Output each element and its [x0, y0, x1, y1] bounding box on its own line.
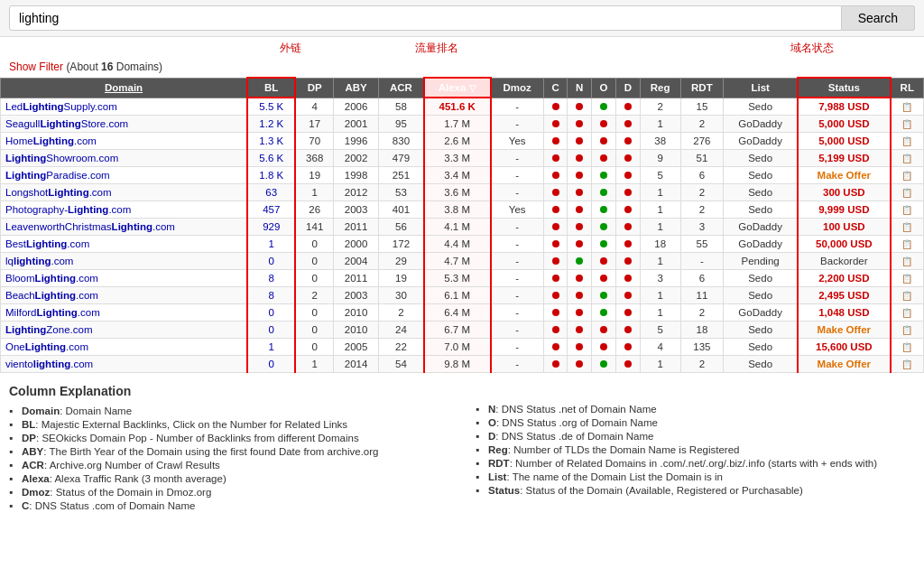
domain-link[interactable]: LightingParadise.com	[5, 170, 110, 181]
bl-cell[interactable]: 8	[247, 270, 295, 287]
bl-cell[interactable]: 5.5 K	[247, 98, 295, 116]
rl-cell[interactable]: 📋	[891, 98, 924, 116]
exp-desc: Archive.org Number of Crawl Results	[50, 460, 220, 471]
rl-cell[interactable]: 📋	[891, 219, 924, 236]
domain-link[interactable]: MilfordLighting.com	[5, 307, 100, 318]
rl-cell[interactable]: 📋	[891, 322, 924, 339]
o-cell	[591, 150, 615, 167]
rl-cell[interactable]: 📋	[891, 356, 924, 373]
bl-cell[interactable]: 929	[247, 219, 295, 236]
bl-cell[interactable]: 1.2 K	[247, 116, 295, 133]
bl-cell[interactable]: 1	[247, 236, 295, 253]
status-cell[interactable]: 9,999 USD	[798, 201, 890, 219]
status-cell[interactable]: Make Offer	[798, 322, 890, 339]
status-cell[interactable]: 5,199 USD	[798, 150, 890, 167]
status-cell[interactable]: 100 USD	[798, 219, 890, 236]
rl-icon[interactable]: 📋	[901, 239, 912, 249]
rl-icon[interactable]: 📋	[901, 102, 912, 112]
domain-link[interactable]: LightingShowroom.com	[5, 153, 118, 163]
show-filter-link[interactable]: Show Filter	[9, 61, 63, 73]
domain-link[interactable]: LongshotLighting.com	[5, 187, 112, 198]
rl-icon[interactable]: 📋	[901, 119, 912, 129]
rl-icon[interactable]: 📋	[901, 154, 912, 163]
rl-icon[interactable]: 📋	[901, 274, 912, 284]
rl-icon[interactable]: 📋	[901, 291, 912, 301]
dmoz-cell: -	[491, 304, 544, 322]
green-dot-icon	[600, 103, 607, 110]
domain-link[interactable]: LeavenworthChristmasLighting.com	[5, 221, 175, 232]
rl-cell[interactable]: 📋	[891, 339, 924, 356]
domain-link[interactable]: OneLighting.com	[5, 341, 88, 352]
search-button[interactable]: Search	[842, 5, 915, 31]
status-cell[interactable]: Make Offer	[798, 356, 890, 373]
alexa-cell: 6.1 M	[424, 287, 491, 304]
rl-cell[interactable]: 📋	[891, 150, 924, 167]
acr-cell: 95	[379, 116, 424, 133]
status-cell[interactable]: 2,200 USD	[798, 270, 890, 287]
status-cell[interactable]: 1,048 USD	[798, 304, 890, 322]
rl-cell[interactable]: 📋	[891, 167, 924, 184]
rl-cell[interactable]: 📋	[891, 304, 924, 322]
c-cell	[543, 98, 568, 116]
d-cell	[616, 150, 641, 167]
status-cell[interactable]: 2,495 USD	[798, 287, 890, 304]
th-alexa[interactable]: Alexa ▽	[424, 78, 491, 98]
rl-cell[interactable]: 📋	[891, 287, 924, 304]
domain-link[interactable]: LedLightingSupply.com	[5, 101, 117, 112]
domain-link[interactable]: SeagullLightingStore.com	[5, 118, 128, 129]
rl-icon[interactable]: 📋	[901, 171, 912, 181]
rl-icon[interactable]: 📋	[901, 308, 912, 318]
status-cell[interactable]: 50,000 USD	[798, 236, 890, 253]
rl-icon[interactable]: 📋	[901, 188, 912, 198]
domain-link[interactable]: Photography-Lighting.com	[5, 204, 131, 215]
bl-cell[interactable]: 8	[247, 287, 295, 304]
domain-link[interactable]: HomeLighting.com	[5, 135, 97, 146]
rl-cell[interactable]: 📋	[891, 133, 924, 150]
rl-cell[interactable]: 📋	[891, 270, 924, 287]
bl-cell[interactable]: 0	[247, 322, 295, 339]
domain-link[interactable]: lqlighting.com	[5, 256, 73, 266]
domain-cell: BloomLighting.com	[1, 270, 248, 287]
domain-link[interactable]: BeachLighting.com	[5, 290, 98, 301]
rl-cell[interactable]: 📋	[891, 184, 924, 201]
rl-icon[interactable]: 📋	[901, 205, 912, 215]
bl-cell[interactable]: 5.6 K	[247, 150, 295, 167]
rl-icon[interactable]: 📋	[901, 222, 912, 232]
bl-cell[interactable]: 0	[247, 304, 295, 322]
rl-cell[interactable]: 📋	[891, 116, 924, 133]
rdt-cell: 6	[680, 270, 724, 287]
bl-cell[interactable]: 457	[247, 201, 295, 219]
status-cell[interactable]: 7,988 USD	[798, 98, 890, 116]
domain-link[interactable]: vientolighting.com	[5, 359, 93, 369]
domain-link[interactable]: LightingZone.com	[5, 324, 92, 335]
status-cell[interactable]: 5,000 USD	[798, 133, 890, 150]
status-cell[interactable]: 5,000 USD	[798, 116, 890, 133]
bl-cell[interactable]: 1.8 K	[247, 167, 295, 184]
rl-cell[interactable]: 📋	[891, 253, 924, 270]
domain-link[interactable]: BestLighting.com	[5, 238, 89, 249]
bl-cell[interactable]: 0	[247, 356, 295, 373]
red-dot-icon	[576, 154, 583, 162]
bl-cell[interactable]: 1	[247, 339, 295, 356]
rl-icon[interactable]: 📋	[901, 342, 912, 352]
rl-icon[interactable]: 📋	[901, 325, 912, 335]
table-row: LongshotLighting.com6312012533.6 M-12Sed…	[1, 184, 924, 201]
bl-cell[interactable]: 1.3 K	[247, 133, 295, 150]
status-cell[interactable]: Backorder	[798, 253, 890, 270]
status-cell[interactable]: Make Offer	[798, 167, 890, 184]
search-input[interactable]	[9, 5, 842, 31]
bl-cell[interactable]: 0	[247, 253, 295, 270]
domain-link[interactable]: BloomLighting.com	[5, 273, 98, 284]
rl-cell[interactable]: 📋	[891, 201, 924, 219]
domain-bold-part: Lighting	[5, 153, 46, 163]
rl-icon[interactable]: 📋	[901, 136, 912, 146]
status-cell[interactable]: 300 USD	[798, 184, 890, 201]
table-row: LedLightingSupply.com5.5 K4200658451.6 K…	[1, 98, 924, 116]
bl-cell[interactable]: 63	[247, 184, 295, 201]
rl-icon[interactable]: 📋	[901, 256, 912, 266]
status-cell[interactable]: 15,600 USD	[798, 339, 890, 356]
exp-key: List	[488, 471, 506, 482]
rl-cell[interactable]: 📋	[891, 236, 924, 253]
green-dot-icon	[600, 309, 607, 316]
rl-icon[interactable]: 📋	[901, 359, 912, 369]
